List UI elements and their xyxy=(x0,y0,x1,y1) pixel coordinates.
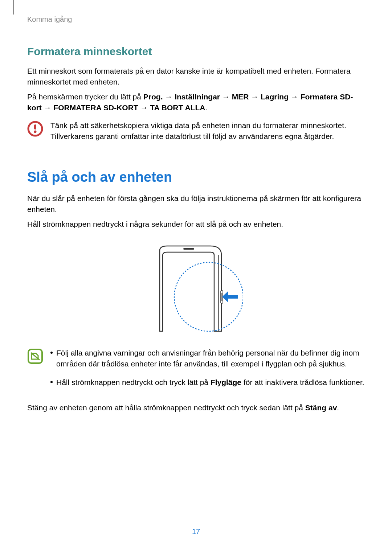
heading-power-device: Slå på och av enheten xyxy=(27,169,365,185)
list-item: Håll strömknappen nedtryckt och tryck lä… xyxy=(50,377,365,388)
note-icon xyxy=(27,348,43,364)
breadcrumb: Komma igång xyxy=(27,15,365,24)
tip-text: Håll strömknappen nedtryckt och tryck lä… xyxy=(56,377,364,388)
heading-format-card: Formatera minneskortet xyxy=(27,45,365,58)
warning-text: Tänk på att säkerhetskopiera viktiga dat… xyxy=(50,120,365,142)
page-number: 17 xyxy=(0,528,392,536)
warning-note: Tänk på att säkerhetskopiera viktiga dat… xyxy=(27,120,365,142)
paragraph: Stäng av enheten genom att hålla strömkn… xyxy=(27,402,365,413)
svg-rect-1 xyxy=(34,124,36,130)
paragraph: Håll strömknappen nedtryckt i några seku… xyxy=(27,219,365,230)
bullet-icon xyxy=(50,381,53,383)
device-illustration xyxy=(27,244,365,335)
paragraph-nav-path: På hemskärmen trycker du lätt på Prog. →… xyxy=(27,91,365,114)
svg-rect-5 xyxy=(183,248,194,250)
svg-point-2 xyxy=(34,130,37,133)
warning-icon xyxy=(27,121,43,137)
bullet-icon xyxy=(50,352,53,354)
tip-text: Följ alla angivna varningar och anvisnin… xyxy=(56,348,365,370)
tips-list: Följ alla angivna varningar och anvisnin… xyxy=(50,348,365,395)
paragraph: Ett minneskort som formaterats på en dat… xyxy=(27,66,365,88)
page-content: Komma igång Formatera minneskortet Ett m… xyxy=(0,0,392,414)
list-item: Följ alla angivna varningar och anvisnin… xyxy=(50,348,365,370)
tips-note: Följ alla angivna varningar och anvisnin… xyxy=(27,348,365,395)
page-binding-mark xyxy=(13,0,14,15)
paragraph: När du slår på enheten för första gången… xyxy=(27,193,365,215)
